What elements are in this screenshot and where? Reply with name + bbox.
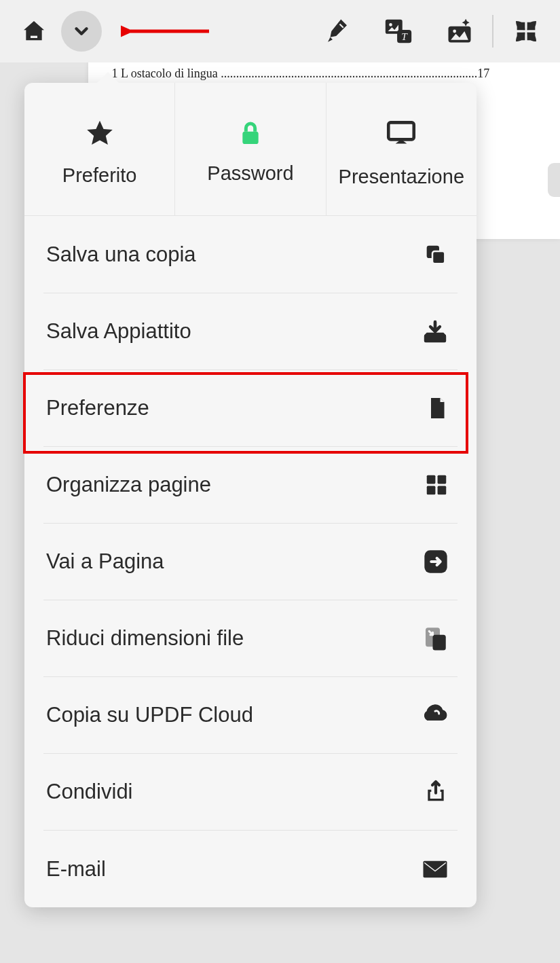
top-toolbar: T — [0, 0, 560, 62]
menu-top-label: Presentazione — [339, 166, 464, 188]
toolbar-divider — [492, 15, 493, 48]
home-icon — [20, 18, 48, 45]
ai-image-icon — [445, 16, 474, 46]
menu-item-vai-a-pagina[interactable]: Vai a Pagina — [43, 524, 458, 600]
menu-item-label: Condividi — [46, 780, 133, 804]
menu-item-label: Vai a Pagina — [46, 549, 164, 574]
menu-top-label: Password — [207, 162, 293, 185]
reduce-file-icon — [421, 624, 449, 653]
menu-list: Salva una copia Salva Appiattito Prefere… — [24, 217, 477, 907]
menu-item-email[interactable]: E-mail — [43, 831, 458, 907]
copy-icon — [422, 241, 449, 268]
menu-item-label: Riduci dimensioni file — [46, 626, 244, 651]
menu-item-copia-cloud[interactable]: Copia su UPDF Cloud — [43, 677, 458, 754]
svg-rect-6 — [449, 26, 471, 43]
side-handle[interactable] — [548, 163, 560, 197]
menu-item-salva-copia[interactable]: Salva una copia — [43, 217, 458, 293]
menu-item-preferenze[interactable]: Preferenze — [43, 370, 458, 447]
svg-rect-14 — [427, 475, 436, 484]
svg-rect-11 — [389, 122, 415, 139]
email-icon — [421, 855, 449, 884]
svg-rect-16 — [427, 486, 436, 495]
menu-item-label: E-mail — [46, 857, 106, 882]
svg-rect-15 — [438, 475, 447, 484]
image-text-button[interactable]: T — [378, 11, 419, 52]
page-icon — [425, 396, 449, 420]
svg-rect-17 — [438, 486, 447, 495]
svg-point-7 — [453, 30, 456, 33]
chevron-down-icon — [71, 21, 92, 41]
cloud-icon — [418, 699, 449, 731]
menu-item-label: Organizza pagine — [46, 473, 211, 497]
menu-top-presentazione[interactable]: Presentazione — [326, 83, 477, 216]
image-text-icon: T — [383, 16, 414, 47]
ai-image-button[interactable] — [439, 11, 480, 52]
presentation-icon — [384, 117, 418, 151]
share-icon — [422, 778, 449, 805]
menu-item-label: Preferenze — [46, 396, 149, 420]
menu-item-salva-appiattito[interactable]: Salva Appiattito — [43, 293, 458, 370]
dropdown-menu: Preferito Password Presentazione Salva u… — [24, 83, 477, 907]
menu-item-condividi[interactable]: Condividi — [43, 754, 458, 831]
menu-top-password[interactable]: Password — [175, 83, 326, 216]
home-button[interactable] — [14, 11, 54, 52]
grid4-icon — [424, 472, 449, 498]
star-icon — [84, 118, 115, 149]
svg-rect-13 — [432, 251, 445, 264]
svg-rect-10 — [242, 132, 258, 144]
menu-tip — [96, 72, 120, 84]
menu-item-label: Copia su UPDF Cloud — [46, 703, 253, 727]
save-flat-icon — [421, 317, 449, 346]
highlighter-button[interactable] — [317, 11, 358, 52]
svg-point-3 — [389, 23, 392, 26]
highlighter-icon — [323, 17, 352, 46]
doc-line: .1 L ostacolo di lingua ................… — [109, 67, 540, 81]
svg-text:T: T — [401, 31, 408, 42]
arrow-right-icon — [422, 548, 449, 575]
menu-top-label: Preferito — [62, 164, 137, 187]
menu-top-row: Preferito Password Presentazione — [24, 83, 477, 217]
menu-item-riduci-dimensioni[interactable]: Riduci dimensioni file — [43, 600, 458, 677]
dropdown-button[interactable] — [61, 11, 102, 52]
menu-item-organizza-pagine[interactable]: Organizza pagine — [43, 447, 458, 524]
svg-rect-20 — [433, 635, 446, 651]
menu-item-label: Salva una copia — [46, 242, 196, 267]
grid-icon — [512, 18, 540, 45]
menu-top-preferito[interactable]: Preferito — [24, 83, 175, 216]
menu-item-label: Salva Appiattito — [46, 319, 191, 344]
svg-rect-22 — [424, 860, 447, 877]
svg-rect-0 — [31, 36, 37, 38]
grid-button[interactable] — [506, 11, 546, 52]
lock-icon — [237, 120, 264, 147]
